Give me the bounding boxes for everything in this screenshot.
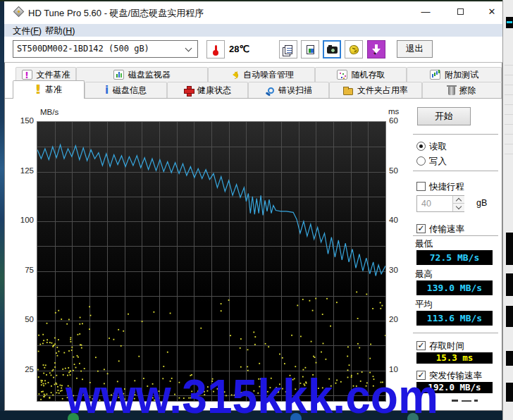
- speaker-icon: [229, 70, 239, 80]
- access-time-checkbox[interactable]: ✓: [416, 341, 426, 350]
- right-axis-tick: 20: [389, 315, 410, 323]
- left-axis-tick: 150: [10, 116, 34, 125]
- disk-monitor-icon: [113, 70, 124, 80]
- left-axis-tick: 125: [10, 166, 34, 175]
- camera-icon: [327, 47, 338, 54]
- tab-error-scan[interactable]: 错误扫描: [248, 82, 329, 98]
- yellow-blob-icon: [348, 44, 359, 55]
- tab-label: 附加测试: [445, 69, 478, 81]
- divider: [413, 333, 498, 333]
- save-image-icon: [307, 45, 314, 54]
- left-axis-tick: 25: [10, 365, 34, 373]
- divider: [413, 171, 498, 171]
- tab-label: 自动噪音管理: [243, 69, 294, 81]
- short-stroke-checkbox[interactable]: [416, 182, 426, 191]
- maximize-button[interactable]: [454, 6, 466, 18]
- tab-label: 文件基准: [37, 69, 70, 81]
- screenshot-button[interactable]: [323, 40, 341, 58]
- tab-label: 健康状态: [197, 85, 231, 97]
- tab-random-access[interactable]: 随机存取: [315, 67, 407, 82]
- copy-icon: [285, 45, 292, 54]
- tab-benchmark[interactable]: !基准: [13, 80, 85, 99]
- benchmark-chart: [37, 121, 386, 402]
- close-button[interactable]: ✕: [486, 6, 498, 18]
- capacity-spinner[interactable]: 40: [416, 195, 464, 212]
- cpu-usage-partial: [452, 400, 458, 402]
- divider: [413, 134, 498, 135]
- transfer-checkbox[interactable]: ✓: [416, 224, 426, 233]
- extra-tests-icon: [430, 70, 440, 80]
- min-label: 最低: [415, 238, 433, 250]
- update-button[interactable]: ↓: [367, 40, 385, 58]
- trash-icon: [448, 87, 455, 95]
- tab-disk-monitor[interactable]: 磁盘监视器: [76, 67, 208, 82]
- left-axis-unit: MB/s: [40, 108, 58, 116]
- cpu-usage-partial: [474, 400, 478, 402]
- max-value: 139.0 MB/s: [416, 280, 493, 295]
- down-arrow-icon: ↓: [372, 44, 381, 54]
- divider: [413, 235, 498, 236]
- thermometer-icon: [215, 45, 217, 54]
- temperature-button[interactable]: [206, 40, 225, 58]
- tab-label: 文件夹占用率: [357, 85, 408, 97]
- save-image-button[interactable]: [301, 40, 319, 58]
- tab-health[interactable]: 健康状态: [167, 82, 248, 98]
- avg-label: 平均: [415, 299, 433, 311]
- right-axis-tick: 60: [389, 116, 410, 125]
- folder-icon: [343, 88, 353, 95]
- left-axis-tick: 100: [10, 216, 34, 224]
- max-label: 最高: [415, 268, 433, 280]
- tab-folder-usage[interactable]: 文件夹占用率: [329, 82, 422, 98]
- right-axis-tick: 40: [389, 216, 410, 224]
- left-axis-tick: 75: [10, 266, 34, 274]
- watermark: www.315kkk.com: [66, 372, 438, 420]
- health-cross-icon: [184, 86, 193, 95]
- transfer-label: 传输速率: [429, 223, 464, 235]
- access-time-label: 存取时间: [429, 340, 464, 352]
- tab-aam[interactable]: 自动噪音管理: [208, 67, 315, 82]
- right-axis-tick: 30: [389, 266, 410, 274]
- min-value: 72.5 MB/s: [416, 250, 493, 265]
- maximize-icon: [457, 8, 464, 15]
- tab-erase[interactable]: 擦除: [422, 82, 502, 98]
- spinner-down-icon[interactable]: [453, 204, 464, 211]
- exit-button[interactable]: 退出: [397, 40, 433, 58]
- magnifier-icon: [268, 87, 274, 94]
- tab-extra-tests[interactable]: 附加测试: [407, 67, 502, 82]
- benchmark-icon: !: [35, 84, 41, 96]
- random-access-icon: [337, 70, 347, 80]
- short-stroke-label: 快捷行程: [429, 181, 464, 193]
- background-window: [502, 0, 513, 420]
- tab-label: 磁盘监视器: [128, 69, 171, 81]
- chevron-down-icon: [185, 45, 192, 52]
- menu-file[interactable]: 文件(F): [13, 25, 42, 37]
- temperature-value: 28℃: [229, 44, 249, 54]
- window-title: HD Tune Pro 5.60 - 硬盘/固态硬盘实用程序: [28, 7, 204, 20]
- copy-button[interactable]: [279, 40, 297, 58]
- drive-select[interactable]: ST500DM002-1BD142 (500 gB): [13, 40, 198, 58]
- tab-file-benchmark[interactable]: !文件基准: [16, 67, 76, 82]
- tab-label: 随机存取: [352, 69, 385, 81]
- tab-label: 擦除: [459, 85, 476, 97]
- capacity-unit: gB: [476, 198, 487, 208]
- tab-disk-info[interactable]: i磁盘信息: [85, 82, 167, 98]
- write-label: 写入: [429, 156, 447, 168]
- tab-label: 基准: [45, 84, 62, 96]
- capacity-value: 40: [421, 199, 431, 209]
- minimize-button[interactable]: —: [419, 6, 432, 18]
- menu-bar: [4, 24, 502, 37]
- spinner-up-icon[interactable]: [453, 196, 464, 204]
- left-axis-tick: 50: [10, 315, 34, 323]
- right-axis-unit: ms: [388, 107, 399, 116]
- right-axis-tick: 50: [389, 166, 410, 175]
- avg-value: 113.6 MB/s: [416, 311, 493, 326]
- read-label: 读取: [429, 141, 447, 153]
- write-radio[interactable]: [416, 156, 426, 166]
- start-button[interactable]: 开始: [417, 107, 471, 125]
- info-icon: i: [105, 85, 109, 96]
- cpu-usage-partial: [462, 400, 471, 402]
- menu-help[interactable]: 帮助(H): [45, 25, 75, 37]
- tab-label: 磁盘信息: [113, 85, 147, 97]
- aam-quick-button[interactable]: [345, 40, 363, 58]
- read-radio[interactable]: [416, 142, 426, 151]
